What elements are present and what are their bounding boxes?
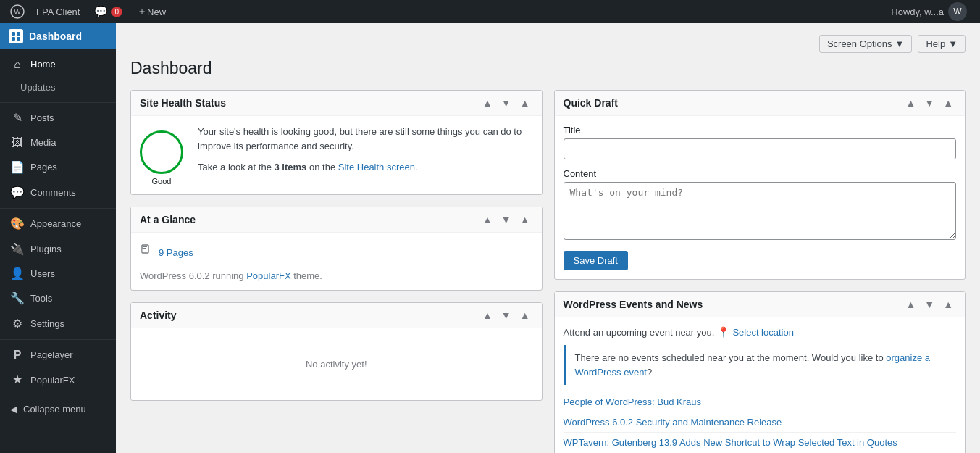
pages-glance-icon: [140, 244, 153, 260]
site-health-widget: Site Health Status ▲ ▼ ▲ Good: [130, 90, 543, 195]
quick-draft-up[interactable]: ▲: [902, 96, 918, 109]
popularfx-icon: ★: [10, 372, 25, 388]
svg-rect-9: [142, 249, 143, 252]
activity-down[interactable]: ▼: [498, 309, 514, 322]
left-column: Site Health Status ▲ ▼ ▲ Good: [130, 90, 543, 401]
sidebar-item-updates[interactable]: Updates: [0, 77, 116, 99]
sidebar-item-tools[interactable]: 🔧 Tools: [0, 286, 116, 311]
news-link-2[interactable]: WordPress 6.0.2 Security and Maintenance…: [564, 417, 782, 428]
sidebar-item-pagelayer[interactable]: P Pagelayer: [0, 343, 116, 367]
at-a-glance-title: At a Glance: [140, 214, 479, 225]
at-a-glance-body: 9 Pages WordPress 6.0.2 running PopularF…: [131, 233, 542, 290]
sidebar-item-home[interactable]: ⌂ Home: [0, 52, 116, 77]
at-a-glance-header: At a Glance ▲ ▼ ▲: [131, 207, 542, 233]
wp-events-toggle[interactable]: ▲: [940, 298, 956, 311]
sidebar-item-pages[interactable]: 📄 Pages: [0, 155, 116, 180]
svg-rect-8: [143, 248, 146, 249]
media-icon: 🖼: [10, 135, 25, 151]
sidebar-item-settings[interactable]: ⚙ Settings: [0, 312, 116, 336]
screen-options-button[interactable]: Screen Options ▼: [819, 35, 912, 53]
sidebar-item-users[interactable]: 👤 Users: [0, 262, 116, 286]
sidebar-item-posts[interactable]: ✎ Posts: [0, 106, 116, 130]
svg-rect-4: [12, 37, 15, 41]
svg-rect-7: [143, 246, 147, 247]
right-column: Quick Draft ▲ ▼ ▲ Title Content Save Dra…: [554, 90, 966, 453]
users-icon: 👤: [10, 266, 25, 282]
sidebar-dashboard-label: Dashboard: [29, 30, 82, 42]
site-health-header: Site Health Status ▲ ▼ ▲: [131, 91, 542, 116]
title-label: Title: [564, 125, 957, 136]
site-health-collapse-up[interactable]: ▲: [479, 96, 495, 109]
sidebar-item-media[interactable]: 🖼 Media: [0, 130, 116, 155]
admin-bar-site[interactable]: FPA Client: [29, 0, 87, 23]
appearance-icon: 🎨: [10, 216, 25, 232]
home-icon: ⌂: [10, 57, 25, 72]
help-arrow: ▼: [948, 38, 958, 49]
sidebar-item-popularfx[interactable]: ★ PopularFX: [0, 367, 116, 392]
admin-bar-comments[interactable]: 💬 0: [87, 0, 130, 23]
activity-toggle[interactable]: ▲: [517, 309, 533, 322]
plugins-icon: 🔌: [10, 241, 25, 257]
news-link-1[interactable]: People of WordPress: Bud Kraus: [564, 396, 702, 407]
activity-body: No activity yet!: [131, 328, 542, 400]
select-location-link[interactable]: Select location: [732, 327, 794, 338]
sidebar-item-plugins[interactable]: 🔌 Plugins: [0, 237, 116, 262]
admin-bar-howdy[interactable]: Howdy, w...a W: [884, 0, 974, 23]
pages-icon: 📄: [10, 159, 25, 175]
quick-draft-title: Quick Draft: [564, 97, 903, 109]
sidebar-item-appearance[interactable]: 🎨 Appearance: [0, 212, 116, 236]
activity-up[interactable]: ▲: [479, 309, 495, 322]
site-health-link[interactable]: Site Health screen: [338, 162, 415, 173]
no-activity-message: No activity yet!: [140, 337, 533, 391]
collapse-menu[interactable]: ◀ Collapse menu: [0, 396, 116, 422]
top-bar: Screen Options ▼ Help ▼: [130, 35, 966, 53]
news-list: People of WordPress: Bud Kraus WordPress…: [564, 392, 957, 452]
quick-draft-body: Title Content Save Draft: [555, 116, 966, 279]
news-item: People of WordPress: Bud Kraus: [564, 392, 957, 412]
draft-content-textarea[interactable]: [564, 182, 957, 240]
at-a-glance-widget: At a Glance ▲ ▼ ▲: [130, 207, 543, 291]
wp-events-up[interactable]: ▲: [902, 298, 918, 311]
admin-bar: W FPA Client 💬 0 ＋ New Howdy, w...a W: [0, 0, 980, 23]
quick-draft-header: Quick Draft ▲ ▼ ▲: [555, 91, 966, 116]
wp-events-widget: WordPress Events and News ▲ ▼ ▲ Attend a…: [554, 291, 966, 453]
dashboard-grid: Site Health Status ▲ ▼ ▲ Good: [130, 90, 966, 453]
svg-rect-5: [17, 37, 20, 41]
location-icon: 📍: [717, 326, 729, 338]
quick-draft-widget: Quick Draft ▲ ▼ ▲ Title Content Save Dra…: [554, 90, 966, 280]
settings-icon: ⚙: [10, 316, 25, 332]
sidebar-item-comments[interactable]: 💬 Comments: [0, 180, 116, 205]
wp-logo[interactable]: W: [6, 0, 29, 23]
collapse-icon: ◀: [10, 404, 17, 415]
wp-events-down[interactable]: ▼: [921, 298, 937, 311]
site-health-collapse-down[interactable]: ▼: [498, 96, 514, 109]
quick-draft-toggle[interactable]: ▲: [940, 96, 956, 109]
theme-link[interactable]: PopularFX: [246, 270, 290, 281]
pages-glance-link[interactable]: 9 Pages: [159, 247, 193, 258]
site-health-body: Good Your site's health is looking good,…: [131, 116, 542, 194]
admin-bar-new[interactable]: ＋ New: [130, 0, 173, 23]
activity-title: Activity: [140, 309, 479, 321]
at-a-glance-down[interactable]: ▼: [498, 213, 514, 226]
quick-draft-down[interactable]: ▼: [921, 96, 937, 109]
svg-rect-3: [17, 32, 20, 36]
svg-text:W: W: [14, 8, 21, 16]
help-button[interactable]: Help ▼: [918, 35, 966, 53]
news-link-3[interactable]: WPTavern: Gutenberg 13.9 Adds New Shortc…: [564, 437, 897, 448]
at-a-glance-toggle[interactable]: ▲: [517, 213, 533, 226]
health-info: Your site's health is looking good, but …: [198, 125, 533, 175]
main-content: Screen Options ▼ Help ▼ Dashboard Site H…: [116, 23, 980, 453]
health-circle: [140, 130, 183, 174]
site-health-title: Site Health Status: [140, 97, 479, 109]
activity-header: Activity ▲ ▼ ▲: [131, 303, 542, 328]
content-label: Content: [564, 168, 957, 179]
tools-icon: 🔧: [10, 291, 25, 307]
site-health-toggle[interactable]: ▲: [517, 96, 533, 109]
sidebar-dashboard-header[interactable]: Dashboard: [0, 23, 116, 49]
draft-title-input[interactable]: [564, 138, 957, 159]
at-a-glance-up[interactable]: ▲: [479, 213, 495, 226]
news-item: WPTavern: Gutenberg 13.9 Adds New Shortc…: [564, 433, 957, 452]
save-draft-button[interactable]: Save Draft: [564, 251, 628, 270]
screen-options-arrow: ▼: [895, 38, 905, 49]
sidebar: Dashboard ⌂ Home Updates ✎ Posts 🖼 Media…: [0, 23, 116, 453]
